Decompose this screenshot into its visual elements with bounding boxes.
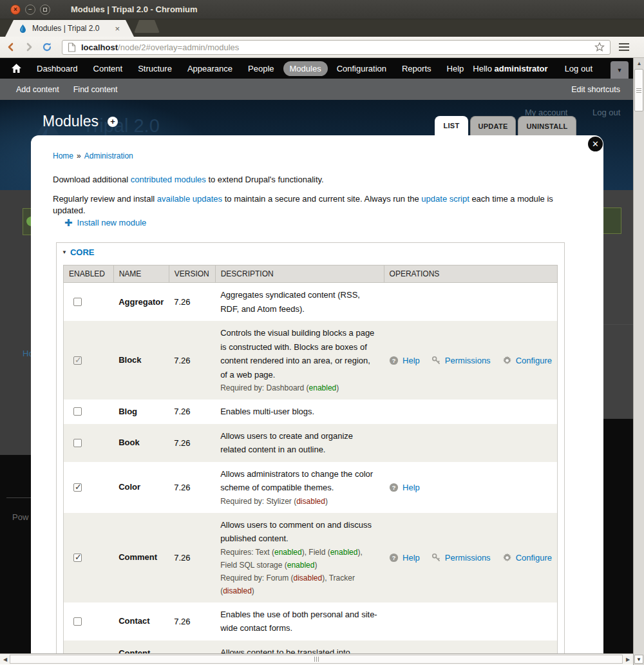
back-button[interactable]	[4, 40, 18, 54]
browser-toolbar: localhost/node/2#overlay=admin/modules	[0, 37, 644, 58]
greeting-text: Hello administrator	[473, 64, 547, 73]
module-operations: ?Help	[389, 483, 552, 492]
module-operations: ?HelpPermissionsConfigure	[389, 553, 552, 563]
module-enabled-checkbox[interactable]	[73, 407, 82, 416]
shortcut-link[interactable]: Find content	[73, 85, 118, 94]
configure-operation-link[interactable]: Configure	[502, 553, 552, 563]
vertical-scrollbar[interactable]: ▲ ▼	[633, 58, 644, 665]
permissions-operation-link[interactable]: Permissions	[431, 553, 491, 563]
svg-text:?: ?	[392, 358, 396, 364]
forward-button[interactable]	[22, 40, 36, 54]
overlay-tab[interactable]: LIST	[435, 116, 468, 135]
module-name: Contact	[113, 602, 169, 641]
status-word: disabled	[223, 586, 252, 595]
admin-toolbar-item[interactable]: Reports	[395, 61, 438, 76]
page-icon	[68, 43, 76, 52]
svg-text:?: ?	[392, 485, 396, 491]
core-fieldset: ▼ CORE ENABLEDNAMEVERSIONDESCRIPTIONOPER…	[56, 242, 565, 653]
horizontal-scrollbar[interactable]: ◀ ▶	[0, 653, 633, 664]
window-maximize-button[interactable]	[40, 5, 50, 15]
module-row: Blog 7.26 Enables multi-user blogs.	[64, 400, 558, 424]
browser-menu-button[interactable]	[616, 40, 632, 54]
admin-toolbar-item[interactable]: Configuration	[330, 61, 393, 76]
help-operation-link[interactable]: ?Help	[389, 483, 420, 492]
overlay-tabs: LISTUPDATEUNINSTALL	[0, 116, 633, 135]
admin-toolbar-item[interactable]: Structure	[131, 61, 178, 76]
module-name: Comment	[113, 513, 169, 602]
scroll-down-arrow-icon[interactable]: ▼	[634, 655, 643, 664]
column-header: VERSION	[169, 265, 215, 283]
inline-link[interactable]: available updates	[157, 194, 222, 204]
permissions-operation-link[interactable]: Permissions	[431, 356, 491, 365]
admin-toolbar-item[interactable]: Content	[87, 61, 129, 76]
admin-toolbar-item[interactable]: Modules	[283, 61, 328, 76]
scroll-up-arrow-icon[interactable]: ▲	[635, 59, 643, 68]
column-header: OPERATIONS	[384, 265, 557, 283]
module-enabled-checkbox[interactable]	[73, 483, 82, 492]
shortcut-links: Add contentFind content	[16, 85, 118, 94]
module-requirements: Requires: Text (enabled), Field (enabled…	[220, 546, 379, 572]
tab-close-icon[interactable]: ×	[115, 24, 120, 34]
toolbar-logout-link[interactable]: Log out	[565, 64, 592, 73]
module-version: 7.26	[169, 424, 215, 462]
module-enabled-checkbox[interactable]	[73, 617, 82, 626]
reload-button[interactable]	[40, 40, 54, 54]
help-operation-link[interactable]: ?Help	[389, 356, 420, 365]
tab-title: Modules | Tripal 2.0	[32, 24, 115, 33]
window-close-button[interactable]: ×	[10, 5, 21, 15]
window-title: Modules | Tripal 2.0 - Chromium	[71, 5, 198, 14]
url-text[interactable]: localhost/node/2#overlay=admin/modules	[81, 43, 594, 52]
module-description: Enables multi-user blogs.	[215, 400, 384, 424]
background-tab-stub[interactable]	[134, 20, 160, 33]
horizontal-scrollbar-thumb[interactable]	[10, 655, 623, 664]
page-viewport: Tripal 2.0 My account Log out Home Pow M…	[0, 100, 633, 653]
window-minimize-button[interactable]: −	[25, 5, 35, 15]
url-path: /node/2#overlay=admin/modules	[118, 43, 239, 52]
breadcrumb-link[interactable]: Home	[53, 151, 73, 160]
inline-link[interactable]: contributed modules	[131, 175, 206, 184]
module-description: Controls the visual building blocks a pa…	[215, 321, 384, 400]
modules-table: ENABLEDNAMEVERSIONDESCRIPTIONOPERATIONS …	[63, 265, 558, 653]
module-enabled-checkbox[interactable]	[73, 439, 82, 447]
module-enabled-checkbox[interactable]	[73, 298, 82, 306]
column-header: NAME	[113, 265, 169, 283]
module-row: Block 7.26 Controls the visual building …	[64, 321, 558, 400]
module-description: Allows users to comment on and discuss p…	[215, 513, 384, 602]
install-new-module-link[interactable]: ✚ Install new module	[64, 218, 146, 227]
browser-tab[interactable]: Modules | Tripal 2.0 ×	[5, 20, 134, 37]
module-enabled-checkbox[interactable]	[73, 356, 82, 365]
module-enabled-checkbox[interactable]	[73, 554, 82, 562]
dimmed-home-link: Home	[23, 349, 31, 358]
overlay-close-button[interactable]: ✕	[588, 137, 603, 151]
breadcrumb-link[interactable]: Administration	[84, 151, 133, 160]
admin-toolbar-item[interactable]: People	[242, 61, 280, 76]
intro-paragraph-1: Download additional contributed modules …	[53, 174, 578, 186]
help-operation-link[interactable]: ?Help	[389, 553, 420, 563]
window-titlebar: × − Modules | Tripal 2.0 - Chromium	[0, 0, 644, 19]
module-name: Block	[113, 321, 169, 400]
column-header: ENABLED	[64, 265, 114, 283]
vertical-scrollbar-thumb[interactable]	[634, 69, 643, 111]
admin-toolbar-item[interactable]: Appearance	[181, 61, 239, 76]
scroll-left-arrow-icon[interactable]: ◀	[1, 655, 9, 663]
help-icon: ?	[389, 483, 399, 492]
bookmark-star-icon[interactable]	[594, 42, 605, 52]
admin-toolbar-item[interactable]: Help	[440, 61, 471, 76]
shortcut-link[interactable]: Add content	[16, 85, 59, 94]
inline-link[interactable]: update script	[421, 194, 469, 204]
scroll-right-arrow-icon[interactable]: ▶	[624, 655, 632, 663]
overlay-tab[interactable]: UNINSTALL	[518, 116, 576, 135]
overlay-tab[interactable]: UPDATE	[470, 116, 516, 135]
core-fieldset-legend[interactable]: ▼ CORE	[62, 247, 94, 257]
configure-operation-link[interactable]: Configure	[502, 356, 552, 365]
home-icon[interactable]	[12, 64, 21, 73]
admin-toolbar-item[interactable]: Dashboard	[30, 61, 84, 76]
configure-icon	[502, 356, 512, 365]
address-bar[interactable]: localhost/node/2#overlay=admin/modules	[62, 40, 611, 55]
module-row: Aggregator 7.26 Aggregates syndicated co…	[64, 283, 558, 322]
module-version: 7.26	[169, 513, 215, 602]
edit-shortcuts-link[interactable]: Edit shortcuts	[571, 85, 620, 94]
module-row: Color 7.26 Allows administrators to chan…	[64, 462, 558, 513]
toolbar-toggle-button[interactable]: ▼	[611, 61, 629, 79]
module-version: 7.26	[169, 462, 215, 513]
